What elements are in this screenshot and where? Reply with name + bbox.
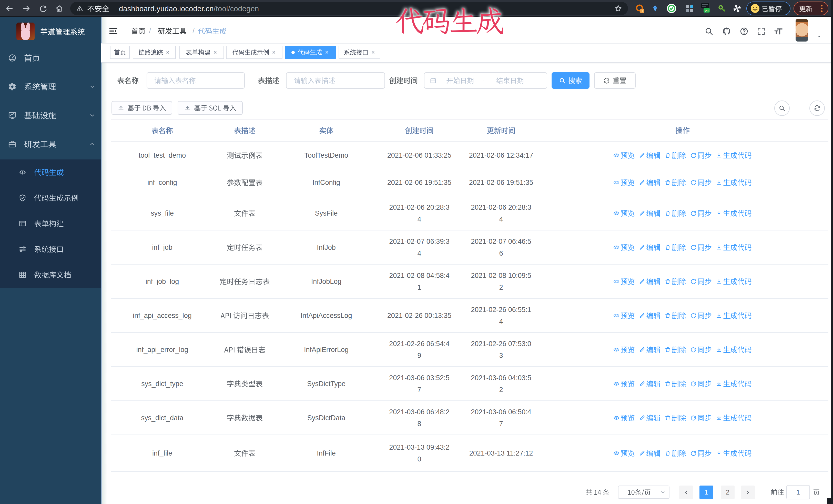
svg-text:i: i bbox=[642, 9, 643, 13]
svg-text:on: on bbox=[705, 9, 709, 12]
